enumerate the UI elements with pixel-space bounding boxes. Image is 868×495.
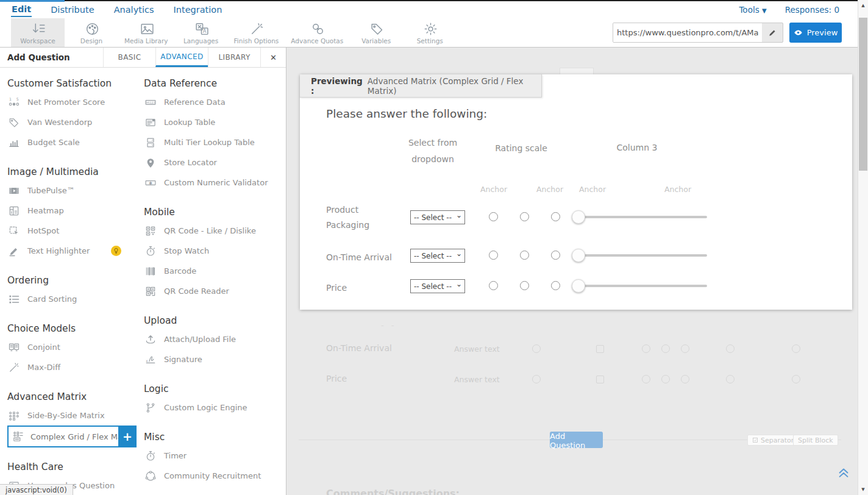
sidebar-item-side-by-side-matrix[interactable]: Side-By-Side Matrix bbox=[7, 405, 144, 426]
add-question-button[interactable]: Add Question bbox=[550, 432, 603, 448]
row-select[interactable]: -- Select -- bbox=[410, 249, 465, 263]
row-select[interactable]: -- Select -- bbox=[410, 279, 465, 293]
slider-knob[interactable] bbox=[572, 249, 585, 262]
slider-knob[interactable] bbox=[572, 279, 585, 293]
add-question-plus-button[interactable]: + bbox=[118, 426, 137, 447]
split-block-button[interactable]: Split Block bbox=[793, 435, 838, 446]
editor-radio[interactable] bbox=[792, 344, 800, 353]
slider-knob[interactable] bbox=[572, 210, 585, 224]
sidebar-item-attach-upload-file[interactable]: Attach/Upload File bbox=[144, 329, 280, 349]
preview-button[interactable]: Preview bbox=[789, 23, 842, 43]
responses-count[interactable]: Responses: 0 bbox=[785, 5, 839, 15]
sidebar-item-text-highlighter[interactable]: Text Highlighter bbox=[7, 241, 144, 261]
item-label: Net Promoter Score bbox=[27, 98, 105, 107]
slider-track[interactable] bbox=[580, 216, 707, 218]
section-title: Advanced Matrix bbox=[7, 391, 144, 402]
toolbar-item-finish-options[interactable]: Finish Options bbox=[228, 18, 285, 47]
sidebar-item-complex-grid-flex-matrix[interactable]: Complex Grid / Flex Matrix + bbox=[7, 426, 137, 447]
toolbar-item-design[interactable]: Design bbox=[65, 18, 118, 47]
row-label-on-time-arrival: On-Time Arrival bbox=[326, 250, 394, 265]
toolbar-item-settings[interactable]: Settings bbox=[403, 18, 457, 47]
survey-url-input[interactable] bbox=[613, 23, 762, 42]
editor-radio[interactable] bbox=[532, 375, 541, 383]
rating-radio[interactable] bbox=[489, 281, 498, 290]
item-label: TubePulse™ bbox=[27, 186, 75, 195]
close-icon[interactable]: ✕ bbox=[260, 48, 286, 67]
paired-cards-icon bbox=[7, 341, 21, 354]
row-label-price: Price bbox=[326, 280, 394, 296]
sidebar-item-reference-data[interactable]: 96123 Reference Data bbox=[144, 92, 280, 112]
editor-radio[interactable] bbox=[642, 344, 650, 353]
svg-text:✱: ✱ bbox=[149, 180, 152, 185]
editor-radio[interactable] bbox=[792, 375, 800, 383]
row-select[interactable]: -- Select -- bbox=[410, 210, 465, 224]
tab-advanced[interactable]: ADVANCED bbox=[155, 48, 208, 67]
slider-track[interactable] bbox=[580, 254, 707, 257]
sidebar-item-custom-logic-engine[interactable]: Custom Logic Engine bbox=[144, 397, 280, 418]
editor-radio[interactable] bbox=[726, 344, 735, 353]
toolbar-item-workspace[interactable]: Workspace bbox=[11, 18, 65, 47]
sidebar-item-heatmap[interactable]: Heatmap bbox=[7, 201, 144, 221]
sidebar-item-custom-numeric-validator[interactable]: ✱ Custom Numeric Validator bbox=[144, 173, 280, 193]
sidebar-item-qr-code-like-dislike[interactable]: QR Code - Like / Dislike bbox=[144, 221, 280, 241]
toolbar-item-media-library[interactable]: Media Library bbox=[118, 18, 174, 47]
editor-radio[interactable] bbox=[661, 375, 670, 383]
rating-radio[interactable] bbox=[520, 281, 529, 290]
editor-radio[interactable] bbox=[661, 344, 670, 353]
scrollbar-down-arrow[interactable]: ▼ bbox=[858, 485, 868, 494]
sidebar-item-tubepulse[interactable]: TubePulse™ bbox=[7, 180, 144, 201]
sidebar-item-net-promoter-score[interactable]: 15 Net Promoter Score bbox=[7, 92, 144, 112]
community-globe-icon bbox=[144, 469, 157, 483]
toolbar-item-variables[interactable]: Variables bbox=[349, 18, 403, 47]
bar-chart-icon bbox=[7, 136, 21, 149]
nav-tab-distribute[interactable]: Distribute bbox=[50, 3, 94, 16]
editor-checkbox[interactable] bbox=[596, 345, 604, 353]
rating-radio[interactable] bbox=[520, 251, 529, 260]
nav-tab-integration[interactable]: Integration bbox=[173, 3, 222, 16]
sidebar-item-timer[interactable]: Timer bbox=[144, 446, 280, 466]
tab-library[interactable]: LIBRARY bbox=[208, 48, 260, 67]
toolbar-item-languages[interactable]: A Languages bbox=[174, 18, 228, 47]
sidebar-item-qr-code-reader[interactable]: QR Code Reader bbox=[144, 281, 280, 301]
sidebar-item-budget-scale[interactable]: Budget Scale bbox=[7, 132, 144, 152]
slider-track[interactable] bbox=[580, 285, 707, 287]
sidebar-item-max-diff[interactable]: Max-Diff bbox=[7, 357, 144, 377]
sidebar-item-store-locator[interactable]: Store Locator bbox=[144, 152, 280, 173]
item-label: Custom Numeric Validator bbox=[164, 178, 268, 187]
editor-radio[interactable] bbox=[681, 344, 689, 353]
separator-toggle-button[interactable]: Separator bbox=[747, 435, 799, 446]
edit-url-pencil-icon[interactable] bbox=[762, 23, 783, 42]
rating-radio[interactable] bbox=[520, 212, 529, 221]
scrollbar-thumb[interactable] bbox=[859, 18, 867, 171]
sidebar-item-stop-watch[interactable]: Stop Watch bbox=[144, 241, 280, 261]
sidebar-item-barcode[interactable]: Barcode bbox=[144, 261, 280, 281]
tools-dropdown[interactable]: Tools ▼ bbox=[739, 5, 766, 15]
rating-radio[interactable] bbox=[489, 212, 498, 221]
sidebar-item-conjoint[interactable]: Conjoint bbox=[7, 337, 144, 357]
sidebar-item-lookup-table[interactable]: Lookup Table bbox=[144, 112, 280, 132]
nav-tab-analytics[interactable]: Analytics bbox=[113, 3, 155, 16]
rating-radio[interactable] bbox=[489, 251, 498, 260]
nav-tab-edit[interactable]: Edit bbox=[11, 2, 32, 17]
sidebar-item-multi-tier-lookup-table[interactable]: Multi Tier Lookup Table bbox=[144, 132, 280, 152]
sidebar-item-signature[interactable]: x Signature bbox=[144, 349, 280, 369]
editor-radio[interactable] bbox=[532, 344, 541, 353]
sidebar-item-community-recruitment[interactable]: Community Recruitment bbox=[144, 466, 280, 486]
vertical-scrollbar[interactable]: ▲ ▼ bbox=[858, 0, 868, 495]
editor-checkbox[interactable] bbox=[596, 376, 604, 383]
scrollbar-up-arrow[interactable]: ▲ bbox=[858, 1, 868, 10]
sidebar-item-van-westendorp[interactable]: Van Westendorp bbox=[7, 112, 144, 132]
editor-radio[interactable] bbox=[681, 375, 689, 383]
sidebar-item-card-sorting[interactable]: Card Sorting bbox=[7, 289, 144, 309]
rating-radio[interactable] bbox=[551, 251, 560, 260]
rating-radio[interactable] bbox=[551, 281, 560, 290]
item-label: Store Locator bbox=[164, 158, 217, 167]
editor-radio[interactable] bbox=[642, 375, 650, 383]
sidebar-item-hotspot[interactable]: HotSpot bbox=[7, 221, 144, 241]
column-header-rating: Rating scale bbox=[485, 143, 558, 153]
tab-basic[interactable]: BASIC bbox=[103, 48, 155, 67]
rating-radio[interactable] bbox=[551, 212, 560, 221]
editor-radio[interactable] bbox=[726, 375, 735, 383]
toolbar-item-advance-quotas[interactable]: Advance Quotas bbox=[285, 18, 349, 47]
scroll-to-top-chevrons-icon[interactable] bbox=[837, 466, 850, 479]
